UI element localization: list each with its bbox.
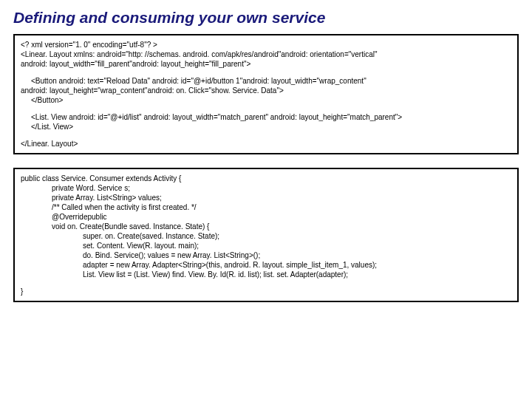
code-line: /** Called when the activity is first cr… <box>21 202 511 212</box>
code-line: void on. Create(Bundle saved. Instance. … <box>21 222 511 231</box>
code-line: List. View list = (List. View) find. Vie… <box>21 270 511 279</box>
code-line: private Word. Service s; <box>21 183 511 193</box>
code-line: @Overridepublic <box>21 212 511 222</box>
code-line: <? xml version="1. 0" encoding="utf-8"? … <box>21 40 511 50</box>
code-line: } <box>21 287 511 296</box>
page-title: Defining and consuming your own service <box>13 9 519 27</box>
xml-code-block: <? xml version="1. 0" encoding="utf-8"? … <box>13 34 519 154</box>
code-line: super. on. Create(saved. Instance. State… <box>21 231 511 241</box>
code-line: <List. View android: id="@+id/list" andr… <box>21 112 511 122</box>
code-line: public class Service. Consumer extends A… <box>21 174 511 183</box>
code-line: android: layout_height="wrap_content"and… <box>21 86 511 95</box>
code-line: private Array. List<String> values; <box>21 193 511 202</box>
code-line: set. Content. View(R. layout. main); <box>21 241 511 250</box>
code-line: </Linear. Layout> <box>21 139 511 149</box>
code-line: </Button> <box>21 95 511 105</box>
code-line: <Linear. Layout xmlns: android="http: //… <box>21 50 511 59</box>
code-line: do. Bind. Service(); values = new Array.… <box>21 250 511 260</box>
code-line: <Button android: text="Reload Data" andr… <box>21 76 511 86</box>
code-line: adapter = new Array. Adapter<String>(thi… <box>21 260 511 270</box>
java-code-block: public class Service. Consumer extends A… <box>13 168 519 302</box>
code-line: android: layout_width="fill_parent"andro… <box>21 59 511 69</box>
code-line: </List. View> <box>21 122 511 132</box>
